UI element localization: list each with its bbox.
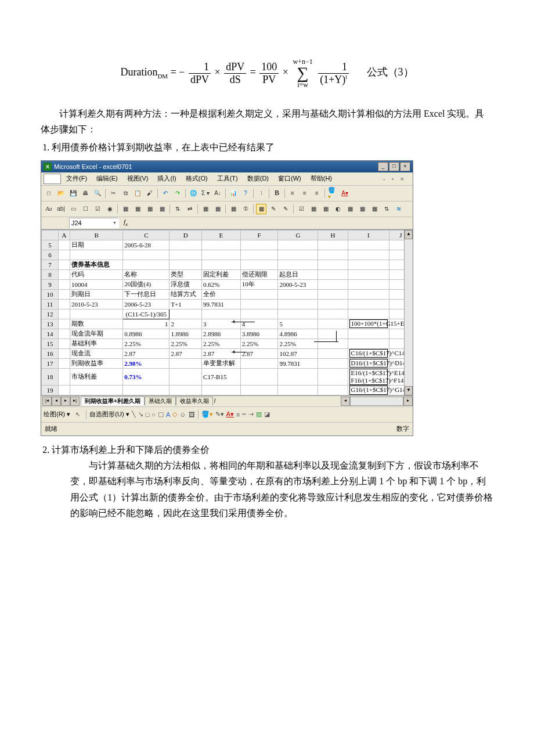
cell[interactable]: 固定利差 xyxy=(202,269,241,279)
new-icon[interactable]: □ xyxy=(44,188,54,199)
cell[interactable] xyxy=(169,240,202,250)
cell[interactable]: 基础利率 xyxy=(70,339,122,348)
cell[interactable] xyxy=(278,240,318,250)
cell[interactable]: 3.8986 xyxy=(240,329,278,339)
help-icon[interactable]: ? xyxy=(240,188,251,199)
cell[interactable]: 偿还期限 xyxy=(240,269,278,279)
align-left-icon[interactable]: ≡ xyxy=(287,188,298,199)
sheet-tab-2[interactable]: 基础久期 xyxy=(145,397,176,405)
cell[interactable]: 2.25% xyxy=(169,339,202,348)
cell[interactable] xyxy=(123,250,169,260)
cell[interactable] xyxy=(240,240,278,250)
clipart-icon[interactable]: ☺ xyxy=(179,411,186,418)
minimize-button[interactable]: _ xyxy=(378,162,388,171)
cell[interactable]: 20国债(4) xyxy=(123,279,169,289)
row-header[interactable]: 19 xyxy=(42,385,59,395)
cell[interactable]: D16/(1+$C$17)^D14+ xyxy=(348,358,389,368)
cell[interactable]: 2.98% xyxy=(123,358,169,368)
cell[interactable]: 2.25% xyxy=(123,339,169,348)
cell[interactable]: 1.8986 xyxy=(169,329,202,339)
cell[interactable]: 2005-6-28 xyxy=(123,240,169,250)
doc-window-controls[interactable]: - ▫ × xyxy=(379,175,410,183)
cell[interactable]: 4 xyxy=(240,319,278,329)
row-header[interactable]: 6 xyxy=(42,250,59,260)
cell[interactable] xyxy=(169,309,202,319)
tab-next-icon[interactable]: ▸ xyxy=(61,397,70,406)
cell[interactable]: E16/(1+$C$17)^E14+ F16/(1+$C$17)^F14+ xyxy=(348,368,389,385)
row-header[interactable]: 17 xyxy=(42,358,59,368)
close-button[interactable]: × xyxy=(400,162,410,171)
picture-icon[interactable]: 🖼 xyxy=(189,411,195,418)
cell[interactable] xyxy=(202,385,241,395)
worksheet[interactable]: ABCDEFGHIJ 5日期2005-6-2867债券基本信息8代码名称类型固定… xyxy=(41,229,413,395)
col-header[interactable]: E xyxy=(202,230,241,240)
cell[interactable]: 全价 xyxy=(202,289,241,299)
cell[interactable] xyxy=(58,250,70,260)
rect-icon[interactable]: □ xyxy=(146,411,150,418)
save-icon[interactable]: 💾 xyxy=(68,188,78,199)
cell[interactable] xyxy=(169,250,202,260)
row-header[interactable]: 15 xyxy=(42,339,59,348)
arrow-icon[interactable]: ↘ xyxy=(138,411,143,418)
row-header[interactable]: 16 xyxy=(42,348,59,358)
cell[interactable] xyxy=(58,279,70,289)
row-header[interactable]: 7 xyxy=(42,260,59,269)
cell[interactable]: 0.62% xyxy=(202,279,241,289)
cell[interactable] xyxy=(58,329,70,339)
cell[interactable]: 2.87 xyxy=(202,348,241,358)
cell[interactable] xyxy=(318,260,348,269)
cell[interactable] xyxy=(318,299,348,309)
row-header[interactable]: 14 xyxy=(42,329,59,339)
align-right-icon[interactable]: ≡ xyxy=(312,188,322,199)
cell[interactable] xyxy=(58,289,70,299)
cell[interactable] xyxy=(169,358,202,368)
wordart-icon[interactable]: A xyxy=(166,411,170,418)
tab-prev-icon[interactable]: ◂ xyxy=(52,397,61,406)
col-header[interactable]: H xyxy=(318,230,348,240)
cell[interactable]: 期数 xyxy=(70,319,122,329)
cell[interactable] xyxy=(240,368,278,385)
zoom-icon[interactable]: ⁝ xyxy=(256,188,266,199)
col-header[interactable]: F xyxy=(240,230,278,240)
cell[interactable] xyxy=(348,240,389,250)
cell[interactable]: 2000-5-23 xyxy=(278,279,318,289)
fill-color-icon[interactable]: 🪣▾ xyxy=(327,188,338,199)
cell[interactable]: 2 xyxy=(169,319,202,329)
cut-icon[interactable]: ✂ xyxy=(108,188,118,199)
name-box[interactable]: J24 xyxy=(69,218,119,228)
cell[interactable]: 102.87 xyxy=(278,348,318,358)
cell[interactable] xyxy=(240,289,278,299)
cell[interactable]: 2.25% xyxy=(240,339,278,348)
cell[interactable]: 2.25% xyxy=(278,339,318,348)
cell[interactable]: 5 xyxy=(278,319,318,329)
row-header[interactable]: 18 xyxy=(42,368,59,385)
cell[interactable] xyxy=(70,309,122,319)
3d-icon[interactable]: ◪ xyxy=(264,411,270,418)
tab-last-icon[interactable]: ▸| xyxy=(70,397,80,406)
open-icon[interactable]: 📂 xyxy=(56,188,66,199)
cell[interactable] xyxy=(348,260,389,269)
cell[interactable] xyxy=(318,309,348,319)
cell[interactable] xyxy=(318,240,348,250)
cell[interactable] xyxy=(202,250,241,260)
cell[interactable]: 下一付息日 xyxy=(123,289,169,299)
cell[interactable]: 现金流年期 xyxy=(70,329,122,339)
undo-icon[interactable]: ↶ xyxy=(160,188,171,199)
select-arrow-icon[interactable]: ↖ xyxy=(73,409,83,420)
sheet-tab-3[interactable]: 收益率久期 xyxy=(176,397,213,405)
cell[interactable]: 2.8986 xyxy=(202,329,241,339)
cell[interactable] xyxy=(58,269,70,279)
cell[interactable]: 代码 xyxy=(70,269,122,279)
cell[interactable] xyxy=(58,299,70,309)
cell[interactable]: 99.7831 xyxy=(202,299,241,309)
cell[interactable] xyxy=(318,385,348,395)
line-color-icon[interactable]: ✎▾ xyxy=(215,411,224,418)
cell[interactable] xyxy=(70,385,122,395)
cell[interactable]: 0.73% xyxy=(123,368,169,385)
cell[interactable]: C16/(1+$C$17)^C14+ xyxy=(348,348,389,358)
cell[interactable] xyxy=(318,339,348,348)
cell[interactable]: 2.87 xyxy=(123,348,169,358)
cell[interactable]: 2010-5-23 xyxy=(70,299,122,309)
line-icon[interactable]: ╲ xyxy=(132,411,136,418)
shadow-icon[interactable]: ▨ xyxy=(256,411,262,418)
